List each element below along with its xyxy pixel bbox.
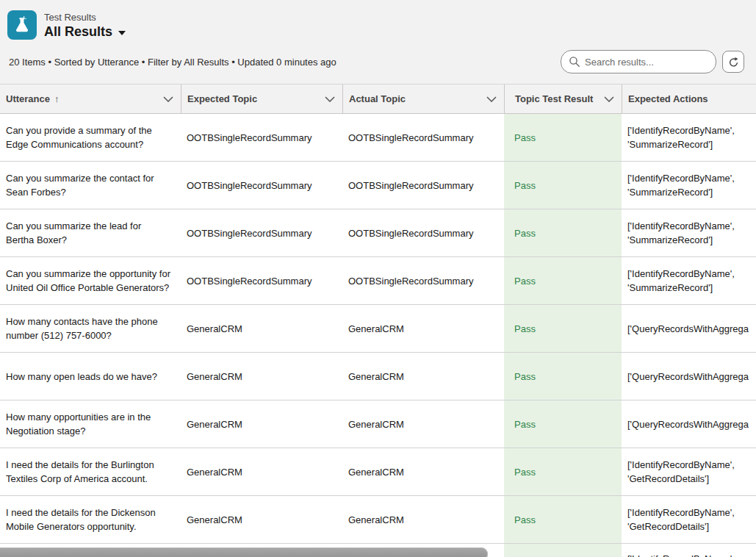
cell-expected-actions: ['IdentifyRecordByName', 'GetRecordDetai… (622, 448, 756, 495)
cell-expected-actions: ['QueryRecordsWithAggrega (622, 305, 756, 352)
cell-topic-test-result: Pass (504, 353, 622, 400)
list-toolbar: 20 Items • Sorted by Utterance • Filter … (0, 40, 756, 84)
toolbar-actions (561, 50, 744, 73)
page-header: Test Results All Results (0, 0, 756, 40)
search-icon (569, 56, 580, 68)
pass-badge: Pass (514, 179, 536, 193)
cell-actual-topic: OOTBSingleRecordSummary (342, 257, 504, 304)
cell-expected-actions: ['IdentifyRecordByName', (622, 544, 756, 557)
refresh-button[interactable] (722, 51, 744, 73)
table-row[interactable]: Can you summarize the opportunity for Un… (0, 257, 756, 305)
cell-actual-topic: OOTBSingleRecordSummary (342, 162, 504, 209)
table-row[interactable]: Can you summarize the contact for Sean F… (0, 162, 756, 209)
cell-expected-topic: OOTBSingleRecordSummary (181, 162, 342, 209)
chevron-down-icon[interactable] (163, 96, 173, 102)
table-row[interactable]: How many contacts have the phone number … (0, 305, 756, 353)
cell-utterance: Can you summarize the contact for Sean F… (0, 162, 181, 209)
search-box (561, 50, 716, 73)
cell-utterance: Can you summarize the opportunity for Un… (0, 257, 181, 304)
column-label: Expected Actions (628, 93, 708, 104)
cell-utterance: How many open leads do we have? (0, 353, 181, 400)
cell-utterance: Can you summarize the lead for Bertha Bo… (0, 209, 181, 256)
column-label: Topic Test Result (515, 93, 593, 104)
refresh-icon (728, 57, 739, 68)
cell-topic-test-result: Pass (504, 496, 622, 543)
pass-badge: Pass (514, 465, 536, 479)
cell-actual-topic: OOTBSingleRecordSummary (342, 114, 504, 161)
pass-badge: Pass (514, 274, 536, 288)
table-row[interactable]: I need the details for the Burlington Te… (0, 448, 756, 496)
table-header-row: Utterance ↑ Expected Topic Actual Topic (0, 85, 756, 114)
cell-actual-topic: OOTBSingleRecordSummary (342, 209, 504, 256)
pass-badge: Pass (514, 370, 536, 384)
page-header-band: Test Results All Results 20 Items • Sort… (0, 0, 756, 84)
cell-actual-topic: GeneralCRM (342, 496, 504, 543)
results-table: Utterance ↑ Expected Topic Actual Topic (0, 84, 756, 557)
entity-label: Test Results (44, 11, 126, 24)
cell-utterance: Can you provide a summary of the Edge Co… (0, 114, 181, 161)
cell-expected-topic: OOTBSingleRecordSummary (181, 114, 342, 161)
list-summary: 20 Items • Sorted by Utterance • Filter … (9, 57, 336, 68)
cell-expected-topic: OOTBSingleRecordSummary (181, 209, 342, 256)
chevron-down-icon[interactable] (604, 96, 614, 102)
chevron-down-icon[interactable] (325, 96, 335, 102)
cell-actual-topic: GeneralCRM (342, 353, 504, 400)
flask-icon (7, 10, 37, 40)
pass-badge: Pass (514, 513, 536, 527)
view-label: All Results (44, 24, 112, 40)
cell-expected-actions: ['IdentifyRecordByName', 'SummarizeRecor… (622, 209, 756, 256)
test-results-list-view: Test Results All Results 20 Items • Sort… (0, 0, 756, 557)
search-input[interactable] (561, 50, 716, 73)
column-header-expected-actions[interactable]: Expected Actions (622, 85, 756, 113)
cell-expected-topic: GeneralCRM (181, 496, 342, 543)
cell-expected-actions: ['IdentifyRecordByName', 'GetRecordDetai… (622, 496, 756, 543)
cell-expected-topic: OOTBSingleRecordSummary (181, 257, 342, 304)
sort-ascending-icon: ↑ (54, 93, 60, 104)
column-header-expected-topic[interactable]: Expected Topic (181, 85, 342, 113)
pass-badge: Pass (514, 322, 536, 336)
pass-badge: Pass (514, 417, 536, 431)
column-header-actual-topic[interactable]: Actual Topic (342, 85, 504, 113)
column-header-topic-test-result[interactable]: Topic Test Result (504, 85, 622, 113)
table-row[interactable]: I need the details for the Dickenson Mob… (0, 496, 756, 544)
pass-badge: Pass (514, 226, 536, 240)
cell-topic-test-result: Pass (504, 114, 622, 161)
column-label: Expected Topic (187, 93, 257, 104)
column-label: Actual Topic (349, 93, 406, 104)
cell-utterance: How many opportunities are in the Negoti… (0, 400, 181, 448)
cell-expected-actions: ['IdentifyRecordByName', 'SummarizeRecor… (622, 114, 756, 161)
cell-utterance: I need the details for the Dickenson Mob… (0, 496, 181, 543)
cell-topic-test-result: Pass (504, 305, 622, 352)
flask-icon-glyph (12, 15, 32, 35)
cell-expected-actions: ['IdentifyRecordByName', 'SummarizeRecor… (622, 257, 756, 304)
cell-expected-topic: GeneralCRM (181, 305, 342, 352)
cell-topic-test-result: Pass (504, 257, 622, 304)
cell-expected-actions: ['QueryRecordsWithAggrega (622, 400, 756, 448)
cell-actual-topic: GeneralCRM (342, 400, 504, 448)
cell-expected-topic: GeneralCRM (181, 353, 342, 400)
cell-topic-test-result: Pass (504, 448, 622, 495)
table-row[interactable]: Can you summarize the lead for Bertha Bo… (0, 209, 756, 257)
cell-topic-test-result: Pass (504, 209, 622, 256)
cell-actual-topic: GeneralCRM (342, 448, 504, 495)
title-block: Test Results All Results (44, 10, 126, 40)
cell-expected-topic: GeneralCRM (181, 448, 342, 495)
table-row[interactable]: Can you provide a summary of the Edge Co… (0, 114, 756, 162)
cell-actual-topic: GeneralCRM (342, 305, 504, 352)
cell-topic-test-result: Pass (504, 400, 622, 448)
horizontal-scrollbar-thumb[interactable] (0, 547, 488, 557)
caret-down-icon (118, 31, 126, 35)
cell-topic-test-result (504, 544, 622, 557)
chevron-down-icon[interactable] (486, 96, 497, 102)
column-label: Utterance (6, 93, 50, 104)
cell-expected-actions: ['IdentifyRecordByName', 'SummarizeRecor… (622, 162, 756, 209)
cell-utterance: How many contacts have the phone number … (0, 305, 181, 352)
column-header-utterance[interactable]: Utterance ↑ (0, 85, 181, 113)
cell-expected-topic: GeneralCRM (181, 400, 342, 448)
table-row[interactable]: How many opportunities are in the Negoti… (0, 400, 756, 448)
cell-expected-actions: ['QueryRecordsWithAggrega (622, 353, 756, 400)
cell-utterance: I need the details for the Burlington Te… (0, 448, 181, 495)
table-row[interactable]: How many open leads do we have? GeneralC… (0, 353, 756, 400)
pass-badge: Pass (514, 131, 536, 145)
list-view-selector[interactable]: All Results (44, 24, 126, 40)
